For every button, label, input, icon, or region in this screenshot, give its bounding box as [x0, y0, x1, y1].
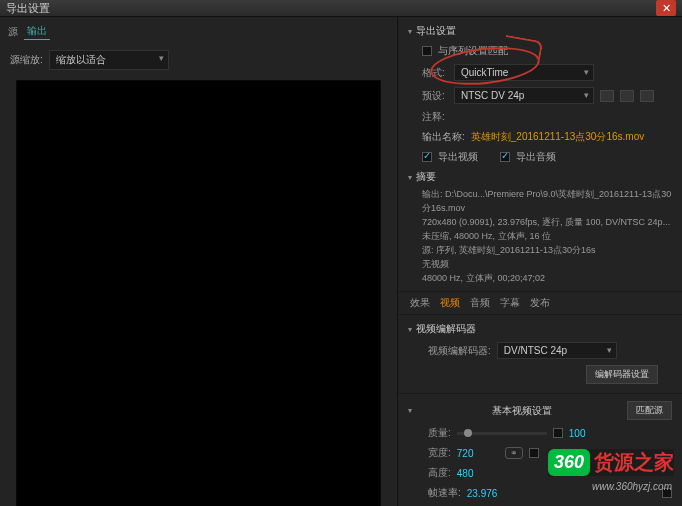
summary-out-label: 输出:: [422, 189, 443, 199]
summary-header[interactable]: 摘要: [408, 167, 672, 187]
outname-label: 输出名称:: [422, 130, 465, 144]
quality-slider[interactable]: [457, 432, 547, 435]
format-combo[interactable]: QuickTime: [454, 64, 594, 81]
export-audio-label: 导出音频: [516, 150, 556, 164]
preset-combo[interactable]: NTSC DV 24p: [454, 87, 594, 104]
match-sequence-label: 与序列设置匹配: [438, 44, 508, 58]
quality-value[interactable]: 100: [569, 428, 586, 439]
source-scale-label: 源缩放:: [10, 53, 43, 67]
match-sequence-checkbox[interactable]: [422, 46, 432, 56]
summary-src-2: 无视频: [422, 257, 672, 271]
output-name-link[interactable]: 英雄时刻_20161211-13点30分16s.mov: [471, 130, 644, 144]
summary-src-label: 源:: [422, 245, 434, 255]
link-icon[interactable]: ⚭: [505, 447, 523, 459]
tab-captions[interactable]: 字幕: [500, 296, 520, 310]
quality-label: 质量:: [428, 426, 451, 440]
dim-checkbox[interactable]: [529, 448, 539, 458]
tab-publish[interactable]: 发布: [530, 296, 550, 310]
titlebar: 导出设置 ✕: [0, 0, 682, 17]
comment-label: 注释:: [422, 110, 448, 124]
summary-out-1: D:\Docu...\Premiere Pro\9.0\英雄时刻_2016121…: [422, 189, 671, 213]
width-value[interactable]: 720: [457, 448, 474, 459]
tab-audio[interactable]: 音频: [470, 296, 490, 310]
codec-label: 视频编解码器:: [428, 344, 491, 358]
tab-output[interactable]: 输出: [24, 23, 50, 40]
watermark-url: www.360hyzj.com: [592, 481, 672, 492]
video-codec-header[interactable]: 视频编解码器: [408, 319, 672, 339]
summary-src-1: 序列, 英雄时刻_20161211-13点30分16s: [436, 245, 596, 255]
match-source-button[interactable]: 匹配源: [627, 401, 672, 420]
watermark: 360 货源之家: [548, 449, 674, 476]
fps-value[interactable]: 23.976: [467, 488, 498, 499]
export-video-checkbox[interactable]: [422, 152, 432, 162]
watermark-text: 货源之家: [594, 449, 674, 476]
tab-video[interactable]: 视频: [440, 296, 460, 310]
fps-label: 帧速率:: [428, 486, 461, 500]
quality-checkbox[interactable]: [553, 428, 563, 438]
delete-preset-icon[interactable]: [640, 90, 654, 102]
width-label: 宽度:: [428, 446, 451, 460]
export-settings-header[interactable]: 导出设置: [408, 21, 672, 41]
import-preset-icon[interactable]: [620, 90, 634, 102]
preset-label: 预设:: [422, 89, 448, 103]
export-audio-checkbox[interactable]: [500, 152, 510, 162]
summary-out-3: 未压缩, 48000 Hz, 立体声, 16 位: [422, 229, 672, 243]
format-label: 格式:: [422, 66, 448, 80]
codec-combo[interactable]: DV/NTSC 24p: [497, 342, 617, 359]
save-preset-icon[interactable]: [600, 90, 614, 102]
export-video-label: 导出视频: [438, 150, 478, 164]
basic-video-header[interactable]: 基本视频设置: [492, 404, 552, 418]
source-scale-combo[interactable]: 缩放以适合: [49, 50, 169, 70]
watermark-badge: 360: [548, 449, 590, 476]
height-value[interactable]: 480: [457, 468, 474, 479]
close-icon[interactable]: ✕: [656, 0, 676, 16]
summary-src-3: 48000 Hz, 立体声, 00;20;47;02: [422, 271, 672, 285]
height-label: 高度:: [428, 466, 451, 480]
summary-out-2: 720x480 (0.9091), 23.976fps, 逐行, 质量 100,…: [422, 215, 672, 229]
tab-effects[interactable]: 效果: [410, 296, 430, 310]
tab-source[interactable]: 源: [8, 25, 18, 39]
codec-settings-button[interactable]: 编解码器设置: [586, 365, 658, 384]
window-title: 导出设置: [6, 1, 50, 16]
preview: [16, 80, 381, 506]
